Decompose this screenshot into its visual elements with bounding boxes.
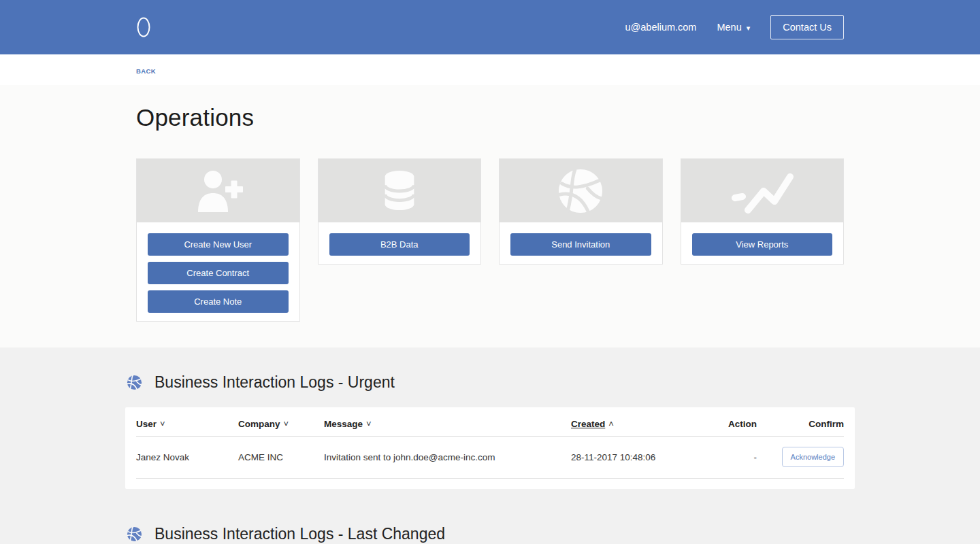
globe-icon	[127, 375, 142, 390]
cell-confirm: Acknowledge	[757, 437, 844, 479]
logo-o-icon	[136, 16, 151, 38]
menu-dropdown[interactable]: Menu ▾	[717, 22, 750, 33]
card-reports-image	[681, 159, 844, 222]
contact-us-button[interactable]: Contact Us	[770, 15, 844, 39]
user-email: u@abelium.com	[625, 22, 696, 33]
column-header-company[interactable]: Company˅	[238, 407, 324, 437]
card-users: Create New User Create Contract Create N…	[136, 158, 300, 322]
sort-down-icon: ˅	[284, 419, 289, 429]
urgent-logs-table: User˅ Company˅ Message˅ Created˄ Action	[136, 407, 844, 479]
operation-cards: Create New User Create Contract Create N…	[136, 158, 844, 322]
create-note-button[interactable]: Create Note	[148, 290, 289, 313]
urgent-logs-heading: Business Interaction Logs - Urgent	[127, 373, 855, 392]
cell-message: Invitation sent to john.doe@acme-inc.com	[324, 437, 571, 479]
cell-action: -	[719, 437, 757, 479]
cell-company: ACME INC	[238, 437, 324, 479]
column-header-confirm: Confirm	[757, 407, 844, 437]
card-invitation: Send Invitation	[499, 158, 663, 265]
section-title: Business Interaction Logs - Last Changed	[154, 525, 445, 543]
sort-down-icon: ˅	[160, 419, 165, 429]
sort-down-icon: ˅	[366, 419, 372, 429]
b2b-data-button[interactable]: B2B Data	[329, 233, 470, 256]
card-b2b-data: B2B Data	[318, 158, 482, 265]
sort-up-icon: ˄	[608, 419, 614, 429]
menu-label: Menu	[717, 22, 741, 33]
send-invitation-button[interactable]: Send Invitation	[510, 233, 651, 256]
logo-o[interactable]	[136, 16, 151, 38]
back-strip: BACK	[0, 54, 980, 85]
table-header-row: User˅ Company˅ Message˅ Created˄ Action	[136, 407, 844, 437]
column-header-created[interactable]: Created˄	[571, 407, 719, 437]
create-contract-button[interactable]: Create Contract	[148, 262, 289, 284]
chart-icon	[730, 167, 795, 216]
cell-created: 28-11-2017 10:48:06	[571, 437, 719, 479]
last-changed-logs-heading: Business Interaction Logs - Last Changed	[127, 525, 855, 543]
view-reports-button[interactable]: View Reports	[692, 233, 833, 256]
database-icon	[378, 169, 421, 214]
column-header-user[interactable]: User˅	[136, 407, 238, 437]
globe-icon	[557, 167, 604, 215]
card-users-image	[137, 159, 299, 222]
user-plus-icon	[191, 170, 245, 212]
section-title: Business Interaction Logs - Urgent	[154, 373, 395, 392]
column-header-message[interactable]: Message˅	[324, 407, 571, 437]
cell-user: Janez Novak	[136, 437, 238, 479]
back-link[interactable]: BACK	[136, 67, 156, 75]
card-b2b-image	[318, 159, 481, 222]
globe-icon	[127, 526, 142, 542]
app-header: u@abelium.com Menu ▾ Contact Us	[0, 0, 980, 54]
create-new-user-button[interactable]: Create New User	[148, 233, 289, 256]
table-row: Janez Novak ACME INC Invitation sent to …	[136, 437, 844, 479]
column-header-action: Action	[719, 407, 757, 437]
logs-section: Business Interaction Logs - Urgent User˅…	[0, 347, 980, 544]
chevron-down-icon: ▾	[747, 24, 751, 33]
card-reports: View Reports	[681, 158, 845, 265]
urgent-logs-table-card: User˅ Company˅ Message˅ Created˄ Action	[125, 407, 855, 489]
acknowledge-button[interactable]: Acknowledge	[782, 447, 844, 467]
page-title: Operations	[136, 104, 844, 131]
card-invitation-image	[500, 159, 662, 222]
operations-section: Operations Create New User	[0, 85, 980, 347]
